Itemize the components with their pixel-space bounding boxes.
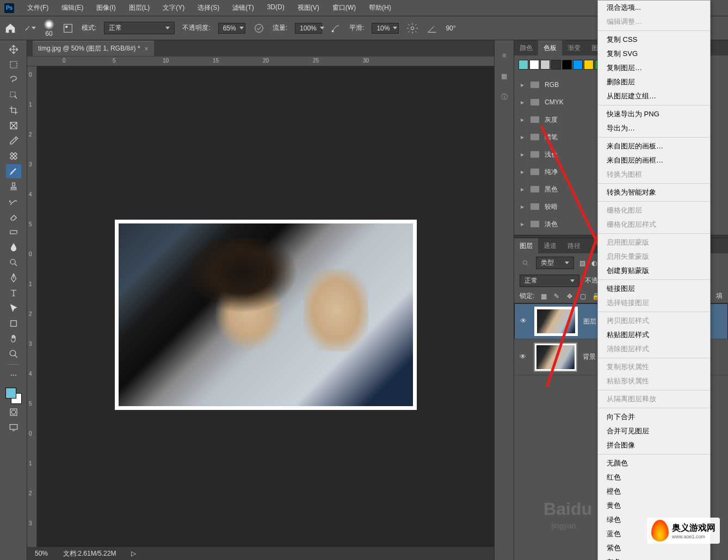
menu-item[interactable]: 3D(D) bbox=[261, 3, 291, 13]
color-swatch[interactable] bbox=[584, 60, 594, 70]
context-menu-item[interactable]: 橙色 bbox=[598, 484, 710, 499]
search-icon[interactable] bbox=[520, 257, 532, 269]
document-tab[interactable]: timg.jpg @ 50% (图层 1, RGB/8#) * × bbox=[33, 41, 154, 56]
dock-icon[interactable]: ▦ bbox=[499, 71, 510, 82]
gear-icon[interactable] bbox=[406, 22, 418, 34]
edit-toolbar-icon[interactable]: ⋯ bbox=[6, 368, 21, 382]
context-menu-item[interactable]: 拼合图像 bbox=[598, 438, 710, 452]
blur-tool[interactable] bbox=[6, 240, 21, 254]
menu-item[interactable]: 文件(F) bbox=[21, 3, 55, 13]
context-menu-item[interactable]: 来自图层的画框… bbox=[598, 153, 710, 167]
move-tool[interactable] bbox=[6, 42, 21, 57]
context-menu-item[interactable]: 灰色 bbox=[598, 555, 710, 560]
blend-mode-select[interactable]: 正常 bbox=[104, 22, 175, 34]
angle-icon[interactable] bbox=[426, 22, 438, 34]
filter-pixel-icon[interactable]: ▧ bbox=[578, 259, 586, 267]
quickmask-icon[interactable] bbox=[6, 405, 21, 419]
context-menu-item[interactable]: 导出为… bbox=[598, 121, 710, 135]
healing-tool[interactable] bbox=[6, 149, 21, 163]
menu-item[interactable]: 帮助(H) bbox=[362, 3, 398, 13]
context-menu-item[interactable]: 粘贴图层样式 bbox=[598, 328, 710, 342]
dock-icon[interactable]: ⓘ bbox=[499, 91, 510, 102]
opacity-input[interactable]: 65% bbox=[218, 23, 245, 34]
menu-item[interactable]: 图层(L) bbox=[122, 3, 157, 13]
type-tool[interactable] bbox=[6, 286, 21, 300]
context-menu-item[interactable]: 红色 bbox=[598, 470, 710, 484]
eyedropper-tool[interactable] bbox=[6, 134, 21, 148]
panel-tab[interactable]: 渐变 bbox=[562, 40, 586, 56]
close-icon[interactable]: × bbox=[145, 45, 149, 53]
canvas[interactable] bbox=[37, 66, 494, 547]
visibility-icon[interactable]: 👁 bbox=[520, 353, 528, 362]
quick-select-tool[interactable] bbox=[6, 88, 21, 102]
airbrush-icon[interactable] bbox=[330, 22, 342, 34]
menu-item[interactable]: 文字(Y) bbox=[156, 3, 191, 13]
pressure-opacity-icon[interactable] bbox=[253, 22, 265, 34]
brush-panel-icon[interactable] bbox=[62, 22, 74, 34]
stamp-tool[interactable] bbox=[6, 179, 21, 194]
layer-thumbnail[interactable] bbox=[534, 307, 578, 336]
context-menu-item[interactable]: 混合选项... bbox=[598, 1, 710, 15]
layer-thumbnail[interactable] bbox=[534, 343, 577, 372]
shape-tool[interactable] bbox=[6, 316, 21, 331]
color-swatch[interactable] bbox=[573, 60, 583, 70]
pen-tool[interactable] bbox=[6, 271, 21, 285]
panel-tab[interactable]: 颜色 bbox=[514, 40, 538, 56]
gradient-tool[interactable] bbox=[6, 225, 21, 239]
zoom-value[interactable]: 50% bbox=[35, 550, 48, 557]
context-menu-item[interactable]: 删除图层 bbox=[598, 75, 710, 89]
smooth-input[interactable]: 10% bbox=[372, 23, 399, 34]
context-menu-item[interactable]: 复制 CSS bbox=[598, 33, 710, 47]
menu-item[interactable]: 选择(S) bbox=[191, 3, 226, 13]
visibility-icon[interactable]: 👁 bbox=[520, 317, 529, 326]
context-menu-item[interactable]: 转换为智能对象 bbox=[598, 185, 710, 200]
lock-paint-icon[interactable]: ✎ bbox=[553, 293, 560, 300]
brush-preview[interactable]: 60 bbox=[44, 19, 54, 38]
context-menu-item[interactable]: 复制 SVG bbox=[598, 47, 710, 61]
zoom-tool[interactable] bbox=[6, 347, 21, 361]
context-menu-item[interactable]: 无颜色 bbox=[598, 456, 710, 470]
color-swatch[interactable] bbox=[529, 60, 539, 70]
panel-tab[interactable]: 路径 bbox=[562, 238, 586, 254]
hand-tool[interactable] bbox=[6, 332, 21, 346]
color-swatch[interactable] bbox=[562, 60, 572, 70]
frame-tool[interactable] bbox=[6, 119, 21, 133]
lock-transparent-icon[interactable]: ▦ bbox=[540, 293, 547, 300]
dock-icon[interactable]: ≡ bbox=[499, 50, 510, 61]
lock-position-icon[interactable]: ✥ bbox=[566, 293, 573, 300]
crop-tool[interactable] bbox=[6, 103, 21, 117]
color-swatch[interactable] bbox=[540, 60, 550, 70]
home-icon[interactable] bbox=[4, 22, 16, 34]
menu-item[interactable]: 滤镜(T) bbox=[226, 3, 260, 13]
lasso-tool[interactable] bbox=[6, 73, 21, 87]
filter-adjust-icon[interactable]: ◐ bbox=[590, 259, 598, 267]
filter-type-select[interactable]: 类型 bbox=[536, 257, 574, 269]
brush-tool-icon[interactable] bbox=[24, 22, 36, 34]
path-select-tool[interactable] bbox=[6, 301, 21, 315]
menu-item[interactable]: 编辑(E) bbox=[55, 3, 90, 13]
dodge-tool[interactable] bbox=[6, 256, 21, 270]
context-menu-item[interactable]: 创建剪贴蒙版 bbox=[598, 264, 710, 278]
color-swatch[interactable] bbox=[519, 60, 528, 70]
marquee-tool[interactable] bbox=[6, 58, 21, 72]
menu-item[interactable]: 视图(V) bbox=[291, 3, 326, 13]
menu-item[interactable]: 窗口(W) bbox=[326, 3, 362, 13]
menu-item[interactable]: 图像(I) bbox=[90, 3, 122, 13]
panel-tab[interactable]: 通道 bbox=[538, 238, 562, 254]
context-menu-item[interactable]: 链接图层 bbox=[598, 282, 710, 296]
panel-tab[interactable]: 图层 bbox=[514, 238, 538, 254]
color-swatches[interactable] bbox=[5, 388, 22, 404]
panel-tab[interactable]: 色板 bbox=[538, 40, 562, 56]
color-swatch[interactable] bbox=[551, 60, 561, 70]
context-menu-item[interactable]: 向下合并 bbox=[598, 410, 710, 424]
screenmode-icon[interactable] bbox=[6, 420, 21, 434]
context-menu-item[interactable]: 从图层建立组… bbox=[598, 89, 710, 103]
context-menu-item[interactable]: 复制图层… bbox=[598, 61, 710, 75]
context-menu-item[interactable]: 合并可见图层 bbox=[598, 424, 710, 438]
context-menu-item[interactable]: 快速导出为 PNG bbox=[598, 107, 710, 121]
context-menu-item[interactable]: 来自图层的画板… bbox=[598, 139, 710, 153]
history-brush-tool[interactable] bbox=[6, 195, 21, 209]
lock-artboard-icon[interactable]: ▢ bbox=[579, 293, 587, 300]
status-arrow-icon[interactable]: ▷ bbox=[131, 550, 136, 557]
layer-name[interactable]: 背景 bbox=[583, 352, 596, 362]
